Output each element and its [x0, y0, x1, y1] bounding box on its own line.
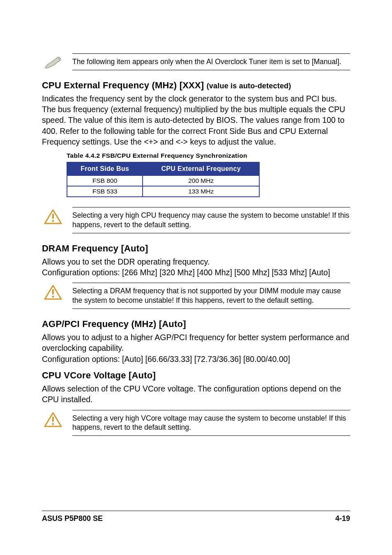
note-icon-col	[42, 410, 64, 428]
table-header-row: Front Side Bus CPU External Frequency	[67, 162, 259, 175]
caution-icon	[44, 209, 62, 225]
th-cpu-ext: CPU External Frequency	[143, 162, 259, 175]
note-text: Selecting a very high VCore voltage may …	[72, 410, 350, 436]
heading-agp-pci-freq: AGP/PCI Frequency (MHz) [Auto]	[42, 319, 350, 329]
cell-cpu: 200 MHz	[143, 175, 259, 186]
cell-fsb: FSB 800	[67, 175, 143, 186]
heading-main: CPU External Frequency (MHz) [XXX]	[42, 80, 204, 90]
cell-cpu: 133 MHz	[143, 186, 259, 197]
body-cpu-external-freq: Indicates the frequency sent by the cloc…	[42, 93, 350, 147]
svg-rect-4	[52, 417, 54, 422]
cell-fsb: FSB 533	[67, 186, 143, 197]
body-cpu-vcore: Allows selection of the CPU VCore voltag…	[42, 383, 350, 405]
pencil-icon	[44, 55, 62, 69]
svg-point-5	[52, 423, 54, 425]
caution-icon	[44, 412, 62, 428]
svg-point-1	[52, 220, 54, 222]
body-agp-pci-freq: Allows you to adjust to a higher AGP/PCI…	[42, 332, 350, 364]
note-high-vcore: Selecting a very high VCore voltage may …	[42, 410, 350, 436]
caution-icon	[44, 284, 62, 301]
table-row: FSB 800 200 MHz	[67, 175, 259, 186]
note-text: Selecting a very high CPU frequency may …	[72, 207, 350, 233]
heading-sub: (value is auto-detected)	[207, 82, 291, 90]
footer-product: ASUS P5P800 SE	[42, 514, 103, 523]
note-text: Selecting a DRAM frequency that is not s…	[72, 283, 350, 309]
note-dram-freq: Selecting a DRAM frequency that is not s…	[42, 283, 350, 309]
th-fsb: Front Side Bus	[67, 162, 143, 175]
note-text: The following item appears only when the…	[72, 53, 350, 70]
note-icon-col	[42, 207, 64, 225]
svg-point-3	[52, 296, 54, 298]
heading-dram-freq: DRAM Frequency [Auto]	[42, 243, 350, 254]
table-caption: Table 4.4.2 FSB/CPU External Frequency S…	[67, 152, 350, 159]
heading-cpu-external-freq: CPU External Frequency (MHz) [XXX] (valu…	[42, 80, 350, 91]
note-icon-col	[42, 53, 64, 69]
body-dram-freq: Allows you to set the DDR operating freq…	[42, 256, 350, 278]
footer-page-number: 4-19	[335, 514, 350, 523]
table-row: FSB 533 133 MHz	[67, 186, 259, 197]
page-footer: ASUS P5P800 SE 4-19	[42, 511, 350, 523]
note-icon-col	[42, 283, 64, 301]
svg-rect-2	[52, 289, 54, 295]
svg-rect-0	[52, 214, 54, 219]
note-manual-mode: The following item appears only when the…	[42, 53, 350, 70]
fsb-cpu-table: Front Side Bus CPU External Frequency FS…	[67, 162, 260, 197]
note-high-cpu-freq: Selecting a very high CPU frequency may …	[42, 207, 350, 233]
heading-cpu-vcore: CPU VCore Voltage [Auto]	[42, 370, 350, 381]
